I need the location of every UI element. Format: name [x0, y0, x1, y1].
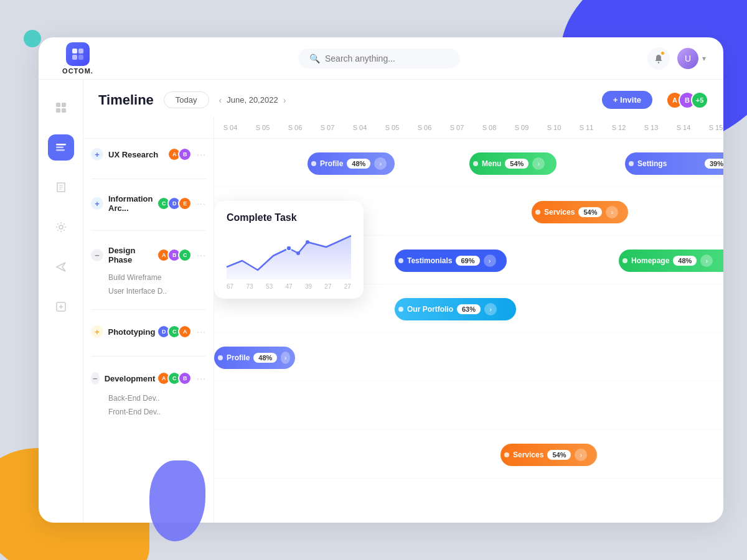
task-list-panel: + UX Research A B ··· +	[83, 116, 214, 523]
expand-icon-photo[interactable]: +	[91, 325, 103, 338]
search-input-wrap[interactable]: 🔍	[298, 49, 460, 68]
chart-label-4: 47	[285, 283, 292, 290]
expand-icon-info[interactable]: +	[91, 197, 103, 210]
col-s13: S 13	[635, 124, 667, 131]
search-input[interactable]	[325, 54, 449, 63]
task-group-avatars-ux: A B	[171, 147, 192, 161]
chart-labels: 67 73 53 47 39 27 27	[227, 283, 351, 290]
page-title: Timeline	[98, 92, 154, 108]
pill-services-1[interactable]: Services 54% ›	[532, 201, 628, 223]
pill-homepage-1[interactable]: Homepage 48% ›	[619, 250, 723, 272]
svg-point-14	[286, 246, 291, 251]
pill-our-portfolio[interactable]: Our Portfolio 63% ›	[395, 298, 516, 320]
pill-profile-1[interactable]: Profile 48% ›	[308, 152, 395, 175]
task-item-user-interface[interactable]: User Interface D..	[91, 284, 206, 298]
timeline-row-4: Profile 48% ›	[214, 333, 723, 381]
pill-arrow-icon[interactable]: ›	[700, 254, 713, 267]
prev-date-button[interactable]: ‹	[219, 95, 222, 105]
pill-dot	[398, 307, 403, 312]
divider-4	[91, 356, 206, 357]
pill-dot	[629, 161, 634, 166]
pill-arrow-icon[interactable]: ›	[575, 449, 587, 461]
timeline-columns-header: S 04 S 05 S 06 S 07 S 04 S 05 S 06 S 07 …	[214, 116, 723, 139]
task-item-backend[interactable]: Back-End Dev..	[91, 391, 206, 405]
sidebar-item-grid[interactable]	[48, 95, 74, 121]
pill-arrow-icon[interactable]: ›	[532, 157, 545, 170]
pill-label: Profile	[227, 353, 250, 362]
timeline-grid-area[interactable]: S 04 S 05 S 06 S 07 S 04 S 05 S 06 S 07 …	[214, 116, 723, 523]
chart-area	[227, 230, 351, 279]
more-options-ux[interactable]: ···	[197, 149, 206, 159]
more-options-design[interactable]: ···	[197, 250, 206, 260]
timeline-grid-wrap: S 04 S 05 S 06 S 07 S 04 S 05 S 06 S 07 …	[214, 116, 723, 512]
pill-arrow-icon[interactable]: ›	[374, 157, 387, 170]
task-group-name-photo: Phototyping	[108, 327, 156, 337]
pill-dot	[535, 210, 540, 215]
pill-testimonials-1[interactable]: Testimonials 69% ›	[395, 250, 507, 272]
more-options-dev[interactable]: ···	[197, 373, 206, 383]
user-avatar: U	[677, 48, 698, 69]
invite-button[interactable]: + Invite	[602, 91, 652, 109]
pill-badge: 54%	[505, 159, 529, 169]
sidebar-item-send[interactable]	[48, 254, 74, 280]
more-options-photo[interactable]: ···	[197, 327, 206, 337]
user-avatar-wrap[interactable]: U ▾	[677, 48, 706, 69]
task-group-avatars-photo: D C A	[160, 325, 192, 338]
task-group-name-ux: UX Research	[108, 150, 166, 159]
sidebar-item-timeline[interactable]	[48, 134, 74, 161]
svg-rect-10	[56, 147, 63, 149]
chart-label-3: 53	[266, 283, 273, 290]
content-area: Timeline Today ‹ June, 20,2022 › + Invit…	[83, 80, 723, 523]
timeline-row-6: Services 54% ›	[214, 430, 723, 478]
pill-arrow-icon[interactable]: ›	[606, 206, 618, 218]
pill-label: Profile	[320, 159, 343, 168]
pill-arrow-icon[interactable]: ›	[484, 303, 497, 315]
sidebar-item-add-box[interactable]	[48, 294, 74, 320]
task-group-phototyping: + Phototyping D C A ···	[83, 316, 214, 350]
collapse-icon-design[interactable]: −	[91, 249, 103, 261]
chart-label-7: 27	[344, 283, 351, 290]
avatar-info-3: E	[178, 197, 192, 210]
svg-rect-0	[72, 49, 77, 54]
avatar-ux-2: B	[178, 147, 192, 161]
pill-label: Services	[513, 450, 543, 459]
col-s08: S 08	[473, 124, 505, 131]
more-options-info[interactable]: ···	[197, 198, 206, 208]
col-s07-2: S 07	[441, 124, 473, 131]
pill-dot	[622, 258, 627, 263]
collapse-icon-dev[interactable]: −	[91, 372, 100, 385]
svg-rect-7	[56, 108, 60, 113]
pill-menu-1[interactable]: Menu 54% ›	[469, 152, 557, 175]
pill-arrow-icon[interactable]: ›	[281, 352, 290, 364]
notifications-button[interactable]	[647, 47, 670, 70]
pill-dot	[398, 258, 403, 263]
pill-dot	[311, 161, 316, 166]
search-icon: 🔍	[309, 54, 320, 63]
pill-badge: 48%	[347, 159, 370, 169]
today-button[interactable]: Today	[164, 91, 209, 108]
pill-services-2[interactable]: Services 54% ›	[500, 444, 597, 466]
task-item-frontend[interactable]: Front-End Dev..	[91, 405, 206, 419]
pill-arrow-icon[interactable]: ›	[484, 254, 496, 267]
pill-settings-1[interactable]: Settings 39% ›	[625, 152, 723, 175]
task-group-dev: − Development A C B ··· Back-End Dev.. F…	[83, 363, 214, 424]
svg-rect-5	[56, 103, 60, 107]
expand-icon-ux[interactable]: +	[91, 148, 103, 161]
svg-rect-9	[56, 144, 66, 146]
task-item-build-wireframe[interactable]: Build Wireframe	[91, 271, 206, 284]
chart-label-6: 27	[324, 283, 331, 290]
sidebar-item-settings[interactable]	[48, 214, 74, 240]
pill-badge: 54%	[578, 207, 602, 217]
date-navigation: ‹ June, 20,2022 ›	[219, 95, 286, 105]
chart-label-5: 39	[305, 283, 312, 290]
complete-task-card: Complete Task	[214, 201, 364, 299]
top-bar: OCTOM. 🔍 U ▾	[39, 37, 723, 80]
avatar-photo-3: A	[178, 325, 192, 338]
svg-rect-3	[78, 55, 83, 60]
next-date-button[interactable]: ›	[283, 95, 286, 105]
pill-profile-2[interactable]: Profile 48% ›	[214, 347, 295, 369]
search-bar: 🔍	[111, 49, 647, 68]
sidebar-item-book[interactable]	[48, 174, 74, 200]
col-s15: S 15	[700, 124, 723, 131]
task-group-header-info: + Information Arc... C D E ···	[91, 194, 206, 213]
